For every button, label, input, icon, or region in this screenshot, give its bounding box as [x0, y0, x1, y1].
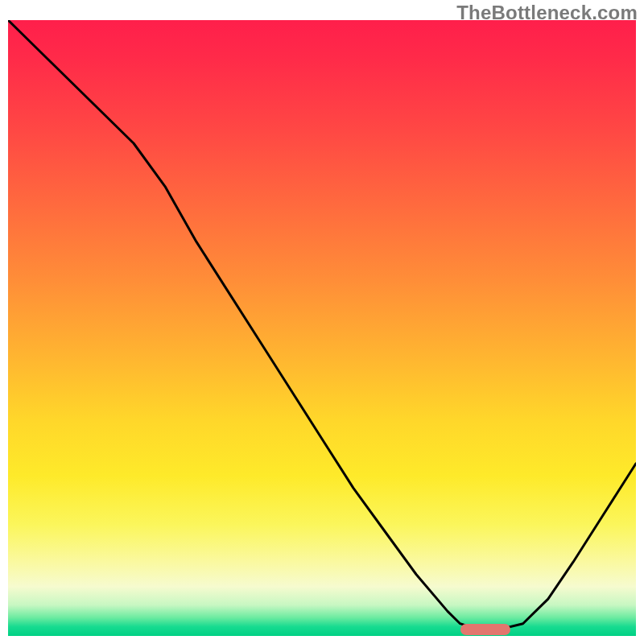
plot-gradient-area — [8, 20, 636, 636]
watermark-label: TheBottleneck.com — [456, 2, 638, 24]
chart-root: { "watermark": "TheBottleneck.com", "cha… — [0, 0, 644, 644]
flat-region-marker — [460, 624, 510, 635]
